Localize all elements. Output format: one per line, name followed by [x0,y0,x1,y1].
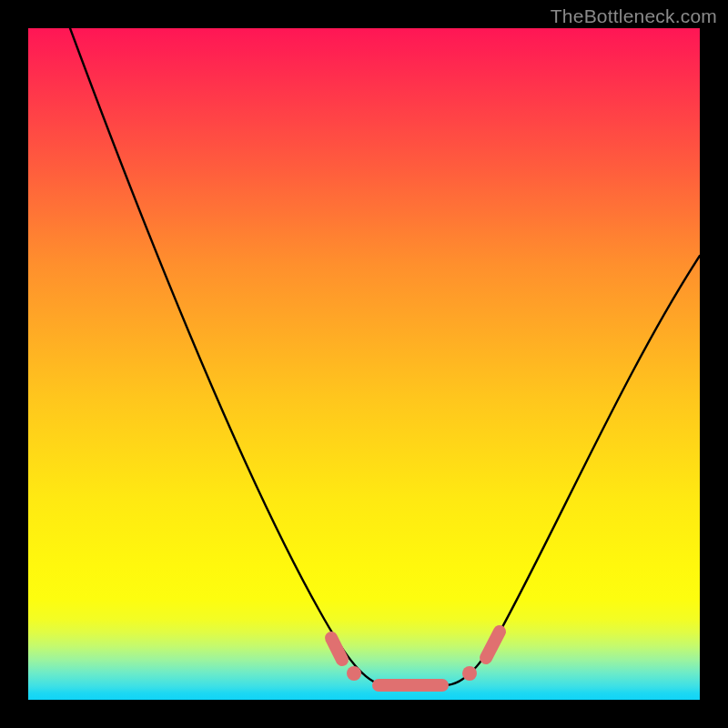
marker-left-dot [347,666,361,681]
marker-right-dot [462,666,477,681]
bottleneck-curve [70,28,700,685]
marker-left-capsule [331,638,342,660]
marker-right-capsule [486,632,500,658]
plot-area [28,28,700,700]
watermark-text: TheBottleneck.com [551,5,717,27]
chart-frame: TheBottleneck.com [0,0,728,728]
curve-layer [28,28,700,700]
